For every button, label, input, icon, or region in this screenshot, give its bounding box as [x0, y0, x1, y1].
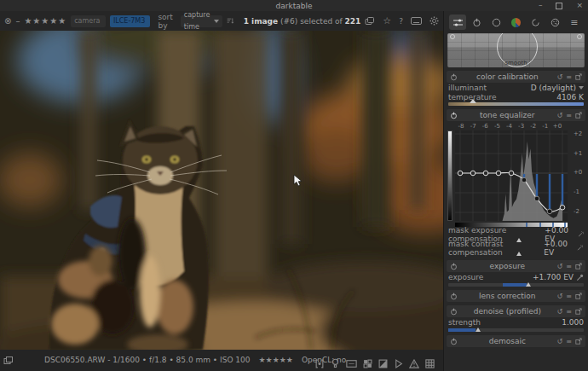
module-title[interactable]: exposure — [458, 262, 557, 270]
color-assessment-bulb-icon[interactable] — [331, 358, 340, 368]
sliders-icon — [453, 18, 464, 27]
preferences-gear-icon[interactable] — [429, 16, 439, 26]
gamut-check-icon[interactable] — [378, 359, 388, 368]
reset-icon[interactable]: ↺ — [557, 338, 563, 345]
exposure-header[interactable]: exposure ↺ ≡ — [447, 260, 585, 272]
star-rating-filter[interactable]: ★★★★★ — [24, 16, 66, 26]
shortcuts-keyboard-icon[interactable] — [411, 17, 422, 25]
denoise-header[interactable]: denoise (profiled) ↺ ≡ — [447, 305, 585, 317]
multi-instance-icon[interactable] — [575, 263, 582, 270]
exposure-slider[interactable] — [448, 283, 584, 287]
close-button[interactable]: × — [576, 0, 583, 11]
help-icon[interactable]: ? — [399, 17, 403, 26]
presets-icon[interactable]: ≡ — [566, 73, 572, 81]
power-icon[interactable] — [450, 73, 458, 81]
module-exposure: exposure ↺ ≡ exposure +1.700 EV — [447, 260, 585, 287]
effects-group-tab[interactable] — [546, 14, 563, 30]
softproof-icon[interactable] — [394, 359, 403, 368]
search-input[interactable]: ILCE-7M3 — [110, 15, 151, 27]
auto-wand-icon[interactable] — [577, 244, 584, 252]
tone-equalizer-header[interactable]: tone equalizer ↺ ≡ — [447, 109, 585, 121]
filmstrip-toggle-icon[interactable] — [3, 357, 14, 365]
power-icon[interactable] — [450, 263, 458, 270]
color-picker-icon[interactable] — [576, 274, 584, 281]
presets-icon[interactable]: ≡ — [566, 293, 572, 300]
title-bar: darktable – × — [0, 0, 588, 11]
mouse-cursor — [293, 174, 303, 187]
multi-instance-icon[interactable] — [575, 293, 582, 299]
illuminant-dropdown[interactable]: D (daylight) — [531, 84, 584, 92]
reset-icon[interactable]: ↺ — [557, 293, 563, 300]
slider-marker[interactable] — [470, 99, 476, 103]
rating-range-icon[interactable]: – — [15, 17, 20, 26]
focus-peaking-icon[interactable] — [314, 359, 325, 368]
presets-icon[interactable]: ≡ — [566, 308, 572, 316]
power-icon-enabled[interactable] — [450, 112, 458, 119]
darkroom-image-view[interactable] — [0, 31, 443, 350]
tone-eq-curve-graph[interactable] — [455, 130, 568, 221]
presets-icon[interactable]: ≡ — [566, 112, 572, 119]
maximize-button[interactable] — [556, 3, 562, 9]
tone-eq-right-ticks: +2 +1 +0 -1 -2 — [573, 130, 585, 221]
sort-field-dropdown[interactable]: capture time — [181, 15, 223, 27]
power-icon[interactable] — [450, 338, 458, 345]
curve-node[interactable] — [450, 34, 455, 39]
color-group-tab[interactable] — [507, 14, 524, 30]
module-tone-equalizer: tone equalizer ↺ ≡ -8-7-6-5-4-3-2-1+0 +2… — [447, 109, 585, 257]
presets-menu-icon[interactable]: ≡ — [566, 14, 583, 30]
module-title[interactable]: color calibration — [458, 72, 557, 81]
right-panel: ≡ smooth color calibration ↺ ≡ — [443, 11, 588, 371]
module-title[interactable]: tone equalizer — [458, 111, 557, 119]
top-toolbar: ⊗ – ★★★★★ camera ILCE-7M3 sort by captur… — [0, 11, 443, 31]
reset-icon[interactable]: ↺ — [557, 112, 563, 119]
mask-exposure-slider[interactable] — [448, 239, 584, 243]
grouping-icon[interactable] — [365, 17, 375, 26]
reset-icon[interactable]: ↺ — [557, 308, 563, 316]
maine-coon-cat-photo — [0, 31, 443, 350]
curve-node[interactable] — [577, 34, 582, 39]
overlays-star-icon[interactable]: ☆ — [383, 15, 391, 26]
mask-contrast-slider[interactable] — [448, 252, 584, 257]
luminance-gradient-vertical — [447, 130, 453, 221]
module-title[interactable]: denoise (profiled) — [458, 307, 557, 316]
reject-filter-icon[interactable]: ⊗ — [4, 17, 11, 26]
auto-wand-icon[interactable] — [578, 230, 584, 238]
sort-order-icon[interactable] — [227, 16, 233, 26]
tone-eq-ev-ticks: -8-7-6-5-4-3-2-1+0 — [455, 123, 563, 130]
temperature-slider[interactable] — [448, 102, 584, 106]
module-title[interactable]: demosaic — [458, 337, 557, 345]
color-calibration-header[interactable]: color calibration ↺ ≡ — [447, 71, 585, 83]
power-icon[interactable] — [450, 308, 458, 316]
multi-instance-icon[interactable] — [575, 112, 582, 119]
exposure-value: +1.700 EV — [533, 273, 574, 281]
tone-group-tab[interactable] — [488, 14, 505, 30]
image-star-rating[interactable]: ★★★★★ — [259, 356, 293, 364]
second-window-icon[interactable] — [346, 359, 357, 368]
power-icon[interactable] — [450, 293, 458, 300]
multi-instance-icon[interactable] — [575, 338, 582, 345]
reset-icon[interactable]: ↺ — [557, 73, 563, 81]
strength-slider[interactable] — [448, 328, 584, 332]
minimize-button[interactable]: – — [539, 0, 543, 11]
demosaic-header[interactable]: demosaic ↺ ≡ — [447, 335, 585, 347]
color-wheel-icon — [511, 18, 521, 27]
overexposure-warning-icon[interactable] — [409, 359, 419, 368]
reset-icon[interactable]: ↺ — [557, 263, 563, 270]
strength-value: 1.000 — [562, 318, 584, 327]
presets-icon[interactable]: ≡ — [566, 263, 572, 270]
module-demosaic: demosaic ↺ ≡ — [447, 335, 585, 347]
presets-icon[interactable]: ≡ — [566, 338, 572, 345]
module-title[interactable]: lens correction — [458, 292, 557, 300]
guides-grid-icon[interactable] — [425, 359, 435, 368]
lens-correction-header[interactable]: lens correction ↺ ≡ — [447, 290, 585, 302]
correct-group-tab[interactable] — [527, 14, 544, 30]
raw-overexposure-icon[interactable] — [363, 359, 372, 368]
interpolation-label[interactable]: smooth — [447, 60, 585, 67]
active-modules-tab[interactable] — [449, 14, 466, 30]
base-group-tab[interactable] — [469, 14, 486, 30]
selection-status: 1 image (#6) selected of 221 — [244, 17, 361, 26]
multi-instance-icon[interactable] — [575, 308, 582, 315]
multi-instance-icon[interactable] — [575, 73, 582, 80]
camera-filter-input[interactable]: camera — [71, 15, 106, 27]
curve-widget[interactable]: smooth — [447, 33, 585, 67]
